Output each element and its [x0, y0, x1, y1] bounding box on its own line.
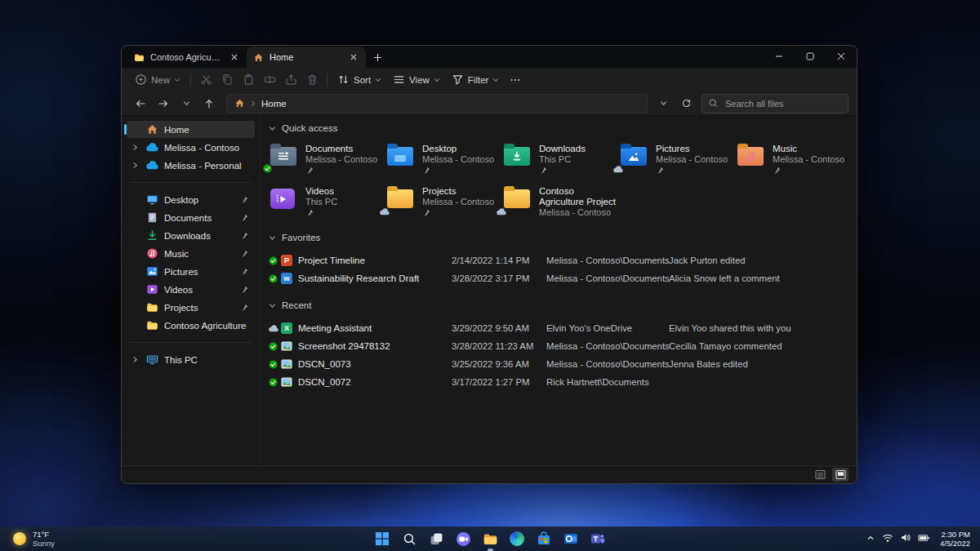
music-icon [145, 247, 158, 260]
microsoft-store-button[interactable] [534, 529, 555, 549]
new-button[interactable]: New [129, 70, 186, 90]
file-row-project-timeline[interactable]: P Project Timeline 2/14/2022 1:14 PM Mel… [269, 251, 857, 269]
tile-desktop[interactable]: Desktop Melissa - Contoso [387, 142, 504, 177]
filter-button[interactable]: Filter [446, 70, 506, 90]
paste-button[interactable] [238, 70, 259, 90]
sidebar-item-downloads[interactable]: Downloads [127, 227, 255, 244]
sidebar-item-desktop[interactable]: Desktop [127, 191, 255, 208]
battery-icon[interactable] [918, 531, 930, 546]
minimize-button[interactable] [764, 46, 795, 67]
folder-icon [145, 301, 158, 314]
chevron-down-icon [269, 302, 276, 309]
file-explorer-window[interactable]: Contoso Agriculture Project Home [121, 45, 858, 484]
tile-downloads[interactable]: Downloads This PC [504, 142, 621, 177]
window-controls [764, 46, 857, 67]
search-button[interactable] [399, 529, 420, 549]
sidebar-item-melissa-contoso[interactable]: Melissa - Contoso [127, 139, 255, 156]
navigation-pane: Home Melissa - Contoso Melissa - Persona… [122, 116, 261, 464]
chat-button[interactable] [453, 529, 474, 549]
share-button[interactable] [280, 70, 301, 90]
sidebar-item-projects[interactable]: Projects [127, 299, 255, 316]
search-icon [708, 98, 719, 109]
forward-button[interactable] [153, 94, 174, 113]
activity: Jack Purton edited [669, 256, 857, 265]
thumbnail-view-toggle[interactable] [832, 468, 849, 482]
section-recent[interactable]: Recent [269, 298, 857, 313]
new-tab-button[interactable] [366, 47, 389, 68]
tab-home[interactable]: Home [247, 47, 366, 68]
back-button[interactable] [130, 94, 151, 113]
view-button[interactable]: View [387, 70, 446, 90]
sidebar-item-home[interactable]: Home [127, 121, 255, 138]
rename-button[interactable] [259, 70, 280, 90]
file-row-dscn-0072[interactable]: DSCN_0072 3/17/2022 1:27 PM Rick Hartnet… [269, 373, 857, 391]
tile-videos[interactable]: Videos This PC [270, 184, 387, 220]
widgets-weather-button[interactable]: 71°F Sunny [8, 527, 60, 551]
volume-icon[interactable] [900, 531, 911, 546]
close-tab-icon[interactable] [347, 51, 359, 64]
section-favorites[interactable]: Favorites [269, 230, 857, 245]
wifi-icon[interactable] [882, 531, 893, 546]
start-button[interactable] [372, 529, 393, 549]
tab-strip: Contoso Agriculture Project Home [122, 46, 857, 68]
activity: Elvin Yoo shared this with you [669, 323, 857, 333]
chevron-right-icon[interactable] [131, 162, 140, 169]
search-input[interactable] [702, 94, 849, 113]
taskbar-apps [372, 529, 608, 549]
copy-button[interactable] [216, 70, 238, 90]
close-button[interactable] [826, 46, 857, 67]
tile-music[interactable]: Music Melissa - Contoso [737, 142, 854, 177]
pin-icon [656, 167, 728, 176]
view-icon [393, 73, 405, 86]
breadcrumb[interactable]: Home [226, 94, 648, 113]
taskbar-clock[interactable]: 2:30 PM 4/5/2022 [937, 530, 973, 548]
chevron-right-icon[interactable] [131, 144, 140, 151]
tile-pictures[interactable]: Pictures Melissa - Contoso [621, 142, 737, 177]
file-row-sustainability-research-draft[interactable]: W Sustainability Research Draft 3/28/202… [269, 269, 857, 287]
search-icon [403, 532, 416, 546]
ellipsis-icon [510, 74, 521, 86]
task-view-button[interactable] [426, 529, 447, 549]
documents-folder-icon [270, 147, 296, 166]
up-button[interactable] [198, 94, 220, 113]
address-dropdown-button[interactable] [653, 94, 674, 113]
sidebar-item-pictures[interactable]: Pictures [127, 263, 255, 280]
sidebar-item-melissa-personal[interactable]: Melissa - Personal [127, 157, 255, 174]
maximize-button[interactable] [795, 46, 826, 67]
sidebar-item-music[interactable]: Music [127, 245, 255, 262]
show-hidden-icons-button[interactable] [866, 531, 875, 546]
tile-projects[interactable]: Projects Melissa - Contoso [387, 184, 504, 220]
sidebar-item-videos[interactable]: Videos [127, 281, 255, 298]
sort-button[interactable]: Sort [332, 70, 387, 90]
section-quick-access[interactable]: Quick access [269, 121, 857, 136]
file-row-meeting-assistant[interactable]: X Meeting Assistant 3/29/2022 9:50 AM El… [269, 319, 857, 337]
tab-contoso-agriculture-project[interactable]: Contoso Agriculture Project [127, 47, 247, 68]
file-row-dscn-0073[interactable]: DSCN_0073 3/25/2022 9:36 AM Melissa - Co… [269, 355, 857, 373]
date-modified: 3/29/2022 9:50 AM [452, 323, 546, 333]
chevron-down-icon [269, 125, 276, 132]
sidebar-item-documents[interactable]: Documents [127, 209, 255, 226]
more-options-button[interactable] [505, 70, 526, 90]
close-tab-icon[interactable] [228, 51, 240, 64]
date-modified: 3/25/2022 9:36 AM [452, 359, 546, 369]
outlook-button[interactable] [561, 529, 581, 549]
tile-contoso-agriculture-project[interactable]: Contoso Agriculture Project Melissa - Co… [504, 184, 621, 220]
sidebar-item-contoso-agriculture-project[interactable]: Contoso Agriculture Project [127, 317, 255, 334]
chevron-right-icon[interactable] [131, 356, 140, 363]
chevron-right-icon [250, 100, 256, 107]
sidebar-item-this-pc[interactable]: This PC [127, 351, 255, 368]
content-pane: Quick access Documents Melissa - Contoso [261, 116, 857, 464]
details-view-toggle[interactable] [812, 468, 828, 482]
file-row-screenshot-29478132[interactable]: Screenshot 29478132 3/28/2022 11:23 AM M… [269, 337, 857, 355]
recent-locations-button[interactable] [176, 94, 197, 113]
file-explorer-button[interactable] [480, 529, 501, 549]
teams-button[interactable] [588, 529, 608, 549]
store-icon [537, 531, 551, 546]
cut-button[interactable] [195, 70, 216, 90]
activity: Alicia Snow left a comment [669, 273, 857, 283]
sort-icon [337, 73, 350, 86]
tile-documents[interactable]: Documents Melissa - Contoso [270, 142, 387, 177]
delete-button[interactable] [301, 70, 323, 90]
edge-button[interactable] [507, 529, 528, 549]
refresh-button[interactable] [675, 94, 697, 113]
